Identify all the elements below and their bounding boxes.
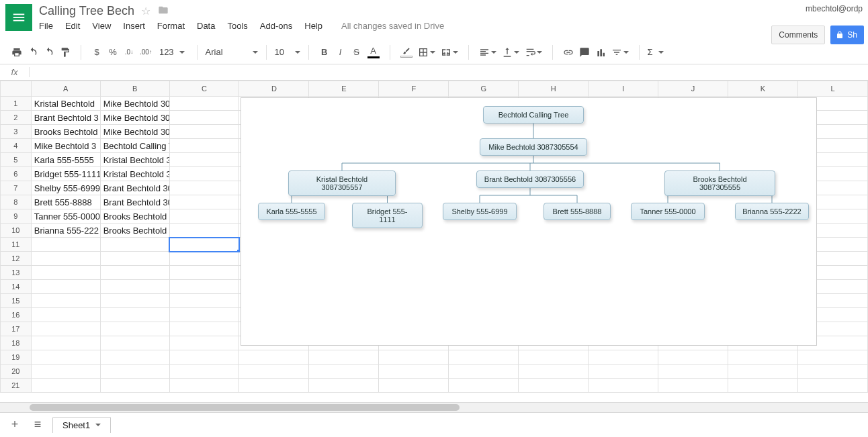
row-header[interactable]: 21	[1, 379, 32, 393]
text-wrap-button[interactable]	[523, 44, 544, 60]
cell[interactable]: Brant Bechtold 3087305556	[100, 181, 169, 195]
org-chart-node[interactable]: Shelby 555-6999	[443, 203, 517, 220]
row-header[interactable]: 7	[1, 181, 32, 195]
insert-chart-icon[interactable]	[593, 44, 608, 60]
filter-icon[interactable]	[609, 44, 631, 60]
row-header[interactable]: 5	[1, 153, 32, 167]
org-chart-node[interactable]: Brant Bechtold 3087305556	[476, 171, 584, 188]
cell[interactable]	[31, 322, 100, 336]
italic-button[interactable]: I	[333, 44, 348, 60]
cell[interactable]	[169, 280, 239, 294]
column-header[interactable]: F	[379, 81, 449, 97]
cell[interactable]	[169, 379, 239, 393]
undo-icon[interactable]	[26, 44, 40, 60]
cell[interactable]	[31, 294, 100, 308]
add-sheet-button[interactable]: +	[7, 417, 23, 433]
cell[interactable]	[589, 379, 658, 393]
cell[interactable]: Brooks Bechtold 3087305555	[100, 224, 169, 238]
cell[interactable]	[169, 238, 239, 252]
cell[interactable]: Tanner 555-0000	[31, 209, 100, 224]
font-family-select[interactable]: Arial	[202, 44, 262, 60]
cell[interactable]	[169, 266, 239, 280]
menu-help[interactable]: Help	[304, 21, 322, 31]
star-icon[interactable]: ☆	[141, 5, 150, 17]
cell[interactable]	[169, 97, 239, 111]
cell[interactable]	[169, 308, 239, 322]
org-chart-node[interactable]: Tanner 555-0000	[631, 203, 705, 220]
org-chart[interactable]: Bechtold Calling TreeMike Bechtold 30873…	[241, 97, 817, 346]
cell[interactable]	[31, 350, 100, 365]
cell[interactable]	[519, 365, 589, 379]
row-header[interactable]: 11	[1, 238, 32, 252]
paint-format-icon[interactable]	[58, 44, 73, 60]
cell[interactable]	[31, 308, 100, 322]
cell[interactable]	[31, 238, 100, 252]
doc-title[interactable]: Calling Tree Bech	[39, 4, 134, 18]
row-header[interactable]: 15	[1, 294, 32, 308]
spreadsheet-grid[interactable]: ABCDEFGHIJKL 1Kristal BechtoldMike Becht…	[0, 81, 868, 403]
row-header[interactable]: 3	[1, 125, 32, 139]
cell[interactable]: Bridget 555-1111	[31, 167, 100, 181]
insert-comment-icon[interactable]	[577, 44, 592, 60]
menu-format[interactable]: Format	[157, 21, 185, 31]
cell[interactable]: Mike Bechtold 3	[31, 139, 100, 153]
cell[interactable]	[100, 280, 169, 294]
cell[interactable]	[589, 350, 658, 365]
cell[interactable]	[309, 379, 379, 393]
cell[interactable]	[379, 365, 449, 379]
cell[interactable]: Mike Bechtold 3087305554	[100, 111, 169, 125]
strikethrough-button[interactable]: S	[349, 44, 364, 60]
cell[interactable]	[797, 379, 867, 393]
row-header[interactable]: 6	[1, 167, 32, 181]
org-chart-node[interactable]: Kristal Bechtold 3087305557	[288, 171, 396, 196]
cell[interactable]	[169, 209, 239, 224]
column-header[interactable]: J	[658, 81, 728, 97]
row-header[interactable]: 12	[1, 252, 32, 266]
row-header[interactable]: 17	[1, 322, 32, 336]
row-header[interactable]: 13	[1, 266, 32, 280]
share-button[interactable]: Sh	[830, 26, 864, 44]
cell[interactable]	[658, 379, 728, 393]
cell[interactable]	[379, 379, 449, 393]
cell[interactable]: Brant Bechtold 3	[31, 111, 100, 125]
cell[interactable]	[169, 125, 239, 139]
org-chart-node[interactable]: Brianna 555-2222	[735, 203, 809, 220]
column-header[interactable]: H	[519, 81, 589, 97]
cell[interactable]	[169, 224, 239, 238]
column-header[interactable]: B	[100, 81, 169, 97]
cell[interactable]: Mike Bechtold 3087305554	[100, 125, 169, 139]
cell[interactable]	[100, 350, 169, 365]
font-size-select[interactable]: 10	[271, 44, 304, 60]
cell[interactable]: Shelby 555-6999	[31, 181, 100, 195]
cell[interactable]	[169, 336, 239, 350]
menu-data[interactable]: Data	[197, 21, 215, 31]
insert-link-icon[interactable]	[561, 44, 576, 60]
user-email[interactable]: mbechtol@ordp	[806, 4, 863, 13]
cell[interactable]	[658, 365, 728, 379]
row-header[interactable]: 1	[1, 97, 32, 111]
cell[interactable]	[519, 350, 589, 365]
fill-color-button[interactable]	[398, 44, 415, 60]
cell[interactable]	[100, 322, 169, 336]
column-header[interactable]: L	[797, 81, 867, 97]
cell[interactable]	[658, 350, 728, 365]
cell[interactable]	[379, 350, 449, 365]
vertical-align-button[interactable]	[500, 44, 521, 60]
cell[interactable]: Brooks Bechtold 3087305555	[100, 209, 169, 224]
row-header[interactable]: 4	[1, 139, 32, 153]
print-icon[interactable]	[9, 44, 24, 60]
org-chart-node[interactable]: Bridget 555-1111	[352, 203, 423, 228]
column-header[interactable]: K	[728, 81, 798, 97]
cell[interactable]	[31, 336, 100, 350]
cell[interactable]	[100, 252, 169, 266]
org-chart-node[interactable]: Bechtold Calling Tree	[483, 106, 584, 124]
cell[interactable]	[728, 379, 798, 393]
menu-insert[interactable]: Insert	[123, 21, 145, 31]
merge-cells-button[interactable]	[439, 44, 460, 60]
cell[interactable]	[31, 365, 100, 379]
more-formats[interactable]: 123	[155, 44, 189, 60]
all-sheets-button[interactable]: ≡	[30, 417, 46, 433]
cell[interactable]	[100, 308, 169, 322]
move-folder-icon[interactable]	[157, 5, 169, 18]
cell[interactable]	[100, 365, 169, 379]
